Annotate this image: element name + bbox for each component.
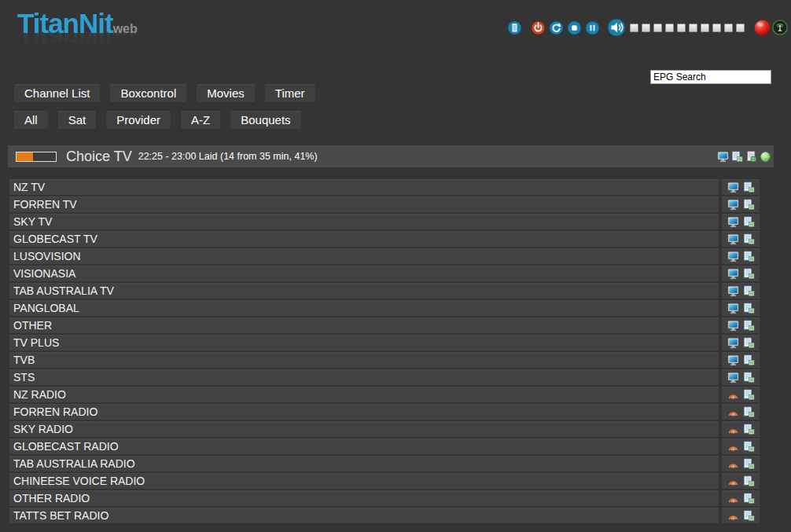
radio-icon[interactable] xyxy=(727,475,739,487)
volume-segment[interactable] xyxy=(642,24,650,32)
channel-name[interactable]: STS xyxy=(9,369,719,385)
channel-name[interactable]: NZ RADIO xyxy=(9,387,719,402)
channel-epg-list-icon[interactable] xyxy=(743,458,755,470)
channel-name[interactable]: TV PLUS xyxy=(9,335,719,350)
channel-epg-list-icon[interactable] xyxy=(743,182,755,193)
copy-channel-icon[interactable] xyxy=(731,151,743,163)
web-stream-icon[interactable] xyxy=(760,151,771,163)
channel-name[interactable]: CHINEESE VOICE RADIO xyxy=(9,473,719,489)
channel-epg-list-icon[interactable] xyxy=(743,199,755,211)
radio-icon[interactable] xyxy=(727,441,739,453)
tv-icon[interactable] xyxy=(727,372,739,383)
tv-icon[interactable] xyxy=(727,303,739,314)
channel-name[interactable]: FORREN TV xyxy=(9,196,719,212)
channel-epg-list-icon[interactable] xyxy=(743,406,755,418)
volume-bar[interactable] xyxy=(630,24,745,32)
channel-name[interactable]: LUSOVISION xyxy=(9,248,719,264)
channel-row: TAB AUSTRALIA RADIO xyxy=(9,456,760,471)
volume-segment[interactable] xyxy=(689,24,697,32)
channel-name[interactable]: VISIONASIA xyxy=(9,266,719,281)
channel-epg-list-icon[interactable] xyxy=(743,337,755,349)
nav-bouquets-button[interactable]: Bouquets xyxy=(230,111,300,129)
volume-segment[interactable] xyxy=(665,24,674,32)
nav-timer-button[interactable]: Timer xyxy=(265,84,315,102)
nav-boxcontrol-button[interactable]: Boxcontrol xyxy=(110,84,186,102)
channel-name[interactable]: TAB AUSTRALIA RADIO xyxy=(9,456,719,471)
channel-epg-list-icon[interactable] xyxy=(743,216,755,228)
radio-icon[interactable] xyxy=(727,389,739,401)
channel-name[interactable]: TATTS BET RADIO xyxy=(9,508,719,523)
nav-channel-list-button[interactable]: Channel List xyxy=(14,84,100,102)
channel-name[interactable]: SKY TV xyxy=(9,214,719,229)
radio-icon[interactable] xyxy=(727,493,739,504)
tv-icon[interactable] xyxy=(727,320,739,332)
nav-all-button[interactable]: All xyxy=(14,111,48,129)
tv-icon[interactable] xyxy=(727,216,739,228)
tv-icon[interactable] xyxy=(727,285,739,297)
channel-row: FORREN TV xyxy=(9,196,760,212)
channel-row: TV PLUS xyxy=(9,335,760,350)
radio-icon[interactable] xyxy=(727,458,739,470)
tv-icon[interactable] xyxy=(727,199,739,211)
channel-epg-list-icon[interactable] xyxy=(743,372,755,383)
volume-segment[interactable] xyxy=(677,24,686,32)
channel-name[interactable]: SKY RADIO xyxy=(9,421,719,437)
channel-epg-list-icon[interactable] xyxy=(743,285,755,297)
remote-keypad-button[interactable] xyxy=(507,20,522,35)
channel-epg-list-icon[interactable] xyxy=(743,441,755,453)
channel-name[interactable]: TVB xyxy=(9,352,719,368)
channel-epg-list-icon[interactable] xyxy=(743,268,755,280)
nav-provider-button[interactable]: Provider xyxy=(106,111,171,129)
channel-name[interactable]: OTHER RADIO xyxy=(9,490,719,506)
volume-segment[interactable] xyxy=(724,24,733,32)
volume-icon[interactable] xyxy=(607,18,626,37)
channel-row-actions xyxy=(722,300,760,316)
channel-row: OTHER RADIO xyxy=(9,490,760,506)
channel-epg-list-icon[interactable] xyxy=(743,389,755,401)
nav-a-z-button[interactable]: A-Z xyxy=(181,111,220,129)
channel-row-actions xyxy=(722,473,760,489)
channel-epg-list-icon[interactable] xyxy=(743,303,755,314)
volume-segment[interactable] xyxy=(653,24,662,32)
channel-epg-list-icon[interactable] xyxy=(743,510,755,522)
tv-screen-icon[interactable] xyxy=(717,151,729,163)
volume-segment[interactable] xyxy=(701,24,709,32)
epg-search-input[interactable] xyxy=(650,70,771,84)
nav-movies-button[interactable]: Movies xyxy=(197,84,255,102)
volume-segment[interactable] xyxy=(736,24,745,32)
channel-name[interactable]: OTHER xyxy=(9,317,719,333)
radio-icon[interactable] xyxy=(727,424,739,435)
channel-epg-list-icon[interactable] xyxy=(743,233,755,245)
channel-name[interactable]: NZ TV xyxy=(9,179,719,195)
pause-button[interactable] xyxy=(585,20,600,35)
power-button[interactable] xyxy=(531,20,546,35)
channel-name[interactable]: FORREN RADIO xyxy=(9,404,719,420)
channel-epg-list-icon[interactable] xyxy=(743,424,755,435)
tv-icon[interactable] xyxy=(727,233,739,245)
channel-name[interactable]: TAB AUSTRALIA TV xyxy=(9,283,719,299)
channel-epg-list-icon[interactable] xyxy=(743,251,755,262)
tv-icon[interactable] xyxy=(727,354,739,366)
radio-icon[interactable] xyxy=(727,406,739,418)
tv-icon[interactable] xyxy=(727,268,739,280)
channel-name[interactable]: GLOBECAST RADIO xyxy=(9,438,719,454)
channel-epg-list-icon[interactable] xyxy=(743,493,755,504)
channel-row-actions xyxy=(722,266,760,281)
channel-name[interactable]: GLOBECAST TV xyxy=(9,231,719,247)
stream-status-icon[interactable] xyxy=(772,20,788,35)
tv-icon[interactable] xyxy=(727,251,739,262)
epg-page-icon[interactable] xyxy=(745,151,757,163)
stop-button[interactable] xyxy=(567,20,582,35)
channel-row: SKY TV xyxy=(9,214,760,229)
tv-icon[interactable] xyxy=(727,337,739,349)
volume-segment[interactable] xyxy=(712,24,721,32)
channel-epg-list-icon[interactable] xyxy=(743,320,755,332)
volume-segment[interactable] xyxy=(630,24,638,32)
refresh-button[interactable] xyxy=(549,20,564,35)
channel-epg-list-icon[interactable] xyxy=(743,475,755,487)
channel-epg-list-icon[interactable] xyxy=(743,354,755,366)
radio-icon[interactable] xyxy=(727,510,739,522)
channel-name[interactable]: PANGLOBAL xyxy=(9,300,719,316)
tv-icon[interactable] xyxy=(727,182,739,193)
nav-sat-button[interactable]: Sat xyxy=(58,111,97,129)
